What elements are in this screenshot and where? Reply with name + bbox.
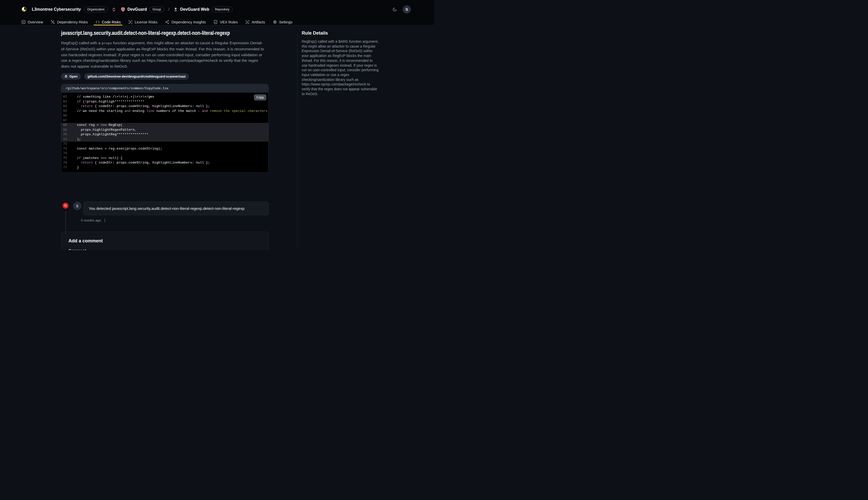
bug-icon <box>64 75 68 78</box>
breadcrumb-separator: / <box>168 7 169 12</box>
line-number: 73 <box>61 147 69 151</box>
repo-badge: Repository <box>212 7 233 12</box>
code-line-64: 64 return { codeStr: props.codeString, h… <box>61 104 268 109</box>
line-number: 62 <box>61 94 69 100</box>
rule-description: RegExp() called with a props function ar… <box>61 40 264 69</box>
code-line-62: 62 // something like /\+\+\+(.+)\+\+\+/g… <box>61 94 268 100</box>
dependency-insights-icon <box>165 20 169 24</box>
code-line-67: 67 <box>61 118 268 123</box>
line-content: ); <box>69 137 268 142</box>
shield-emoji-icon <box>121 7 125 12</box>
code-line-66: 66 <box>61 113 268 118</box>
line-content <box>69 151 268 156</box>
rule-details-body: RegExp() called with a $ARG function arg… <box>302 39 379 96</box>
moon-icon <box>392 7 397 12</box>
code-line-76: 76 return { codeStr: props.codeString, h… <box>61 160 268 165</box>
line-content <box>69 142 268 147</box>
code-line-65: 65 // we need the starting and ending li… <box>61 109 268 114</box>
theme-toggle-button[interactable] <box>392 7 397 12</box>
overview-icon <box>21 20 26 24</box>
line-content: const matches = reg.exec(props.codeStrin… <box>69 147 268 151</box>
tab-artifacts[interactable]: Artifacts <box>245 19 265 25</box>
status-badge[interactable]: Open <box>61 73 81 80</box>
tab-label: Dependency Risks <box>57 20 88 24</box>
add-comment-card: Add a comment Comment <box>61 232 269 250</box>
line-number: 68 <box>61 123 69 128</box>
comment-timestamp: 5 months ago <box>81 218 101 222</box>
code-line-70: 70 props.highlightReg**************** <box>61 132 268 137</box>
code-line-75: 75 if (matches === null) { <box>61 156 268 161</box>
chevron-down-icon <box>112 10 115 11</box>
detection-event-badge <box>63 203 68 208</box>
tab-dependency-risks[interactable]: Dependency Risks <box>50 19 88 25</box>
tab-label: Artifacts <box>251 20 265 24</box>
line-content <box>69 113 268 118</box>
tab-vex-rules[interactable]: VEX Rules <box>213 19 238 25</box>
overflow-menu-icon[interactable] <box>103 219 106 222</box>
line-content: return { codeStr: props.codeString, high… <box>69 104 268 109</box>
sidebar-divider <box>297 33 297 250</box>
code-line-71: 71 ); <box>61 137 268 142</box>
code-line-74: 74 <box>61 151 268 156</box>
line-number: 77 <box>61 165 69 170</box>
project-nav: OverviewDependency RisksCode RisksLicens… <box>0 19 434 25</box>
comment-bubble: You detected javascript.lang.security.au… <box>83 202 269 215</box>
line-content: return { codeStr: props.codeString, high… <box>69 160 268 165</box>
tab-settings[interactable]: Settings <box>273 19 292 25</box>
tab-label: Overview <box>28 20 43 24</box>
line-number: 74 <box>61 151 69 156</box>
line-content: } <box>69 165 268 170</box>
tab-code-risks[interactable]: Code Risks <box>95 19 121 25</box>
timeline-connector <box>65 211 66 234</box>
line-content: if (!props.highligh*************** <box>69 100 268 104</box>
comment-field-label: Comment <box>68 248 261 250</box>
line-number: 70 <box>61 132 69 137</box>
tab-label: Dependency Insights <box>171 20 206 24</box>
scanner-source-badge[interactable]: github.com/l3montree-dev/devguard/cmd/de… <box>84 73 189 80</box>
license-risks-icon <box>128 20 133 24</box>
line-content: props.highlightReg**************** <box>69 132 268 137</box>
file-path: /github/workspace/src/components/common/… <box>61 84 268 93</box>
comment-avatar: S <box>73 202 81 210</box>
code-line-63: 63 if (!props.highligh*************** <box>61 100 268 104</box>
breadcrumb-repo[interactable]: DevGuard Web Repository <box>173 7 233 12</box>
code-risks-icon <box>95 20 100 24</box>
rule-details-title: Rule Details <box>302 30 379 36</box>
top-bar: L3montree Cybersecurity Organization Dev… <box>0 0 434 19</box>
tab-label: License Risks <box>135 20 157 24</box>
code-line-72: 72 <box>61 142 268 147</box>
org-name[interactable]: L3montree Cybersecurity <box>32 7 81 12</box>
tab-label: Code Risks <box>102 20 121 24</box>
settings-icon <box>273 20 277 24</box>
line-number: 63 <box>61 100 69 104</box>
group-name: DevGuard <box>127 7 147 12</box>
tab-overview[interactable]: Overview <box>21 19 43 25</box>
line-content: // we need the starting and ending line … <box>69 109 268 114</box>
line-content: if (matches === null) { <box>69 156 268 161</box>
line-number: 64 <box>61 104 69 109</box>
line-number: 71 <box>61 137 69 142</box>
tab-label: VEX Rules <box>220 20 238 24</box>
code-line-77: 77 } <box>61 165 268 170</box>
tab-label: Settings <box>279 20 292 24</box>
user-avatar[interactable]: S <box>403 5 411 13</box>
page-title: javascript.lang.security.audit.detect-no… <box>61 30 230 36</box>
breadcrumb-group[interactable]: DevGuard Group <box>121 7 164 12</box>
add-comment-title: Add a comment <box>68 238 261 244</box>
code-line-69: 69 props.highlightRegexPattern, <box>61 128 268 133</box>
line-content: // something like /\+\+\+(.+)\+\+\+/gms <box>69 94 268 100</box>
tab-license-risks[interactable]: License Risks <box>128 19 157 25</box>
vex-rules-icon <box>213 20 218 24</box>
dependency-risks-icon <box>50 20 55 24</box>
line-number: 66 <box>61 113 69 118</box>
org-type-badge: Organization <box>84 7 108 12</box>
copy-button[interactable]: Copy <box>254 94 266 101</box>
line-number: 72 <box>61 142 69 147</box>
line-number: 75 <box>61 156 69 161</box>
org-switcher-button[interactable] <box>112 8 115 11</box>
comment-thread: S You detected javascript.lang.security.… <box>61 202 269 222</box>
tab-dependency-insights[interactable]: Dependency Insights <box>165 19 206 25</box>
artifacts-icon <box>245 20 250 24</box>
repo-name: DevGuard Web <box>180 7 209 12</box>
line-number: 67 <box>61 118 69 123</box>
